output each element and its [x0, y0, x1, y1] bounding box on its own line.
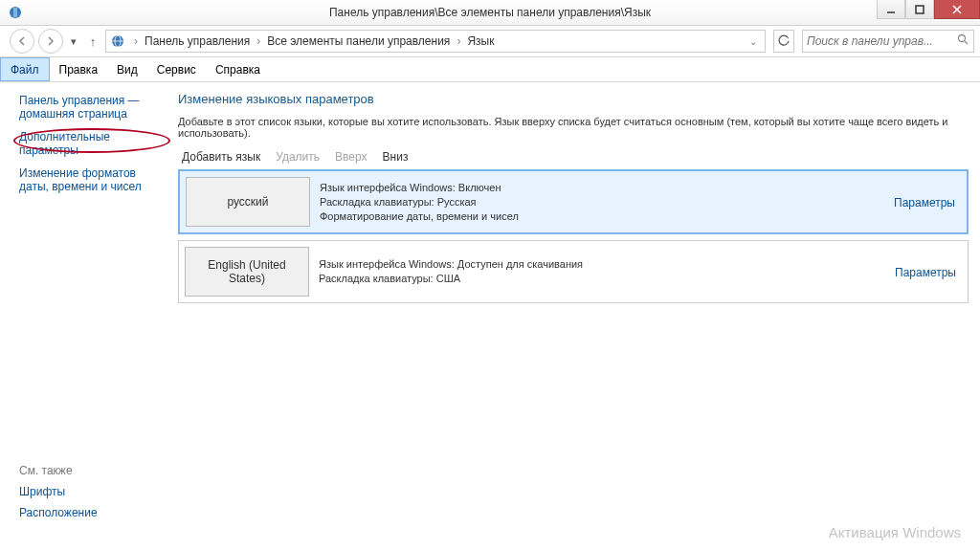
up-button[interactable]: ↑	[84, 34, 101, 49]
nav-bar: ▾ ↑ › Панель управления › Все элементы п…	[0, 26, 980, 57]
search-icon[interactable]	[957, 33, 969, 50]
page-description: Добавьте в этот список языки, которые вы…	[178, 116, 969, 139]
search-input[interactable]	[807, 34, 957, 48]
menu-service[interactable]: Сервис	[147, 57, 206, 81]
breadcrumb-seg-2[interactable]: Все элементы панели управления	[265, 34, 452, 48]
forward-button[interactable]	[38, 29, 63, 54]
title-bar: Панель управления\Все элементы панели уп…	[0, 0, 980, 26]
language-params-link[interactable]: Параметры	[894, 196, 955, 209]
sidebar-link-location[interactable]: Расположение	[19, 506, 98, 519]
sidebar: Панель управления — домашняя страница До…	[0, 82, 170, 550]
main-pane: Изменение языковых параметров Добавьте в…	[170, 82, 980, 550]
language-label: English (United States)	[185, 247, 309, 297]
menu-view[interactable]: Вид	[107, 57, 147, 81]
control-panel-icon	[8, 5, 23, 20]
menu-edit[interactable]: Правка	[50, 57, 108, 81]
detail-line: Язык интерфейса Windows: Включен	[320, 181, 877, 195]
back-button[interactable]	[10, 29, 34, 54]
sidebar-link-advanced[interactable]: Дополнительные параметры	[19, 130, 161, 157]
body: Панель управления — домашняя страница До…	[0, 82, 980, 550]
breadcrumb-dropdown[interactable]: ⌄	[746, 36, 761, 47]
svg-rect-3	[916, 6, 924, 13]
language-row-russian[interactable]: русский Язык интерфейса Windows: Включен…	[178, 169, 969, 234]
language-params-link[interactable]: Параметры	[895, 266, 956, 279]
window-title: Панель управления\Все элементы панели уп…	[329, 6, 651, 19]
toolbar-up: Вверх	[335, 150, 367, 164]
svg-rect-1	[13, 8, 17, 17]
page-heading: Изменение языковых параметров	[178, 92, 969, 106]
breadcrumb-seg-1[interactable]: Панель управления	[143, 34, 252, 48]
sidebar-link-fonts[interactable]: Шрифты	[19, 485, 98, 498]
history-dropdown[interactable]: ▾	[67, 35, 80, 48]
refresh-button[interactable]	[773, 30, 794, 53]
close-button[interactable]	[934, 0, 980, 19]
breadcrumb-bar[interactable]: › Панель управления › Все элементы панел…	[105, 30, 766, 53]
breadcrumb-seg-3[interactable]: Язык	[465, 34, 496, 48]
svg-point-9	[959, 35, 966, 42]
menu-bar: Файл Правка Вид Сервис Справка	[0, 57, 980, 82]
menu-help[interactable]: Справка	[206, 57, 270, 81]
maximize-button[interactable]	[905, 0, 934, 19]
chevron-right-icon: ›	[454, 34, 463, 48]
toolbar-down[interactable]: Вниз	[383, 150, 409, 164]
chevron-right-icon: ›	[254, 34, 263, 48]
sidebar-link-formats[interactable]: Изменение форматов даты, времени и чисел	[19, 166, 161, 193]
detail-line: Форматирование даты, времени и чисел	[320, 209, 877, 224]
sidebar-link-home[interactable]: Панель управления — домашняя страница	[19, 94, 161, 121]
menu-file[interactable]: Файл	[0, 57, 50, 81]
toolbar-add-language[interactable]: Добавить язык	[182, 150, 260, 164]
detail-line: Язык интерфейса Windows: Доступен для ск…	[319, 257, 878, 272]
sidebar-bottom: См. также Шрифты Расположение	[19, 464, 98, 527]
language-details: Язык интерфейса Windows: Включен Расклад…	[316, 175, 880, 230]
toolbar: Добавить язык Удалить Вверх Вниз	[178, 150, 969, 164]
language-label: русский	[186, 177, 310, 227]
chevron-right-icon: ›	[131, 34, 141, 48]
search-box[interactable]	[802, 30, 974, 53]
svg-line-10	[965, 41, 968, 44]
globe-icon	[110, 33, 125, 49]
language-details: Язык интерфейса Windows: Доступен для ск…	[315, 252, 881, 292]
see-also-header: См. также	[19, 464, 98, 477]
window-controls	[877, 0, 980, 25]
detail-line: Раскладка клавиатуры: США	[319, 272, 878, 286]
detail-line: Раскладка клавиатуры: Русская	[320, 195, 877, 209]
toolbar-delete: Удалить	[276, 150, 320, 164]
activation-watermark: Активация Windows	[829, 524, 961, 540]
language-row-english[interactable]: English (United States) Язык интерфейса …	[178, 240, 969, 303]
minimize-button[interactable]	[877, 0, 905, 19]
